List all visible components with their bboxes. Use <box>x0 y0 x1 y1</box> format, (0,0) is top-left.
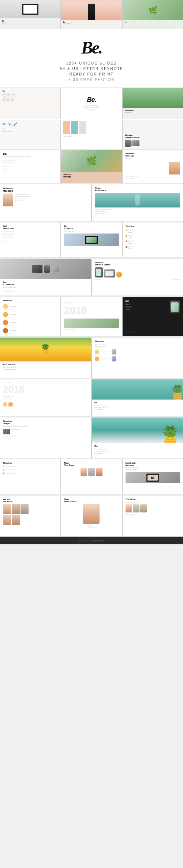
hero-logo: Be. <box>7 37 176 58</box>
page-wrapper: Be Creative Be Gra hics Fonts 🌿 <box>0 0 183 544</box>
slide-person-mockup: Be. with a fast & modernKeynote Presenta… <box>0 88 60 119</box>
slide-mockup-tw: MockupTablet & Watch Maesa nolo Be Creat… <box>92 259 183 295</box>
hero-tagline1: 125+ UNIQUE SLIDES <box>7 61 176 65</box>
slide-be-dark-watch: Be. WatchMockupWorks Nolo details info t… <box>123 297 183 336</box>
slide-text-columns: Text1 Columns Write here your title. Be … <box>0 259 91 295</box>
hero-section: Be. 125+ UNIQUE SLIDES A4 & US LETTER KE… <box>0 30 183 88</box>
gfx-watermark: gfxfamilymarket <box>0 537 183 544</box>
slide-mike-forms: MeetMike Forms Mike Forms Be Creative <box>61 496 122 536</box>
slide-be-creative-laptop: BeCreative Ola imoma leo <box>61 222 122 257</box>
slide-timeline-1: Timeline Step 01detail Step 02detail Ste… <box>123 222 183 257</box>
thumb-laptop: Be Creative <box>0 0 60 29</box>
slide-welcome-person: WelcomeMessage Nolo malia details texthe… <box>0 184 91 221</box>
hero-tagline3: READY FOR PRINT <box>7 72 176 76</box>
slide-mockup-tw-label: Mockup Tablet & Watch <box>123 120 183 149</box>
slide-be-teal: 🍍 Be Creative with a cleanand modern Key… <box>92 379 183 416</box>
slide-welcome-right: WelcomeMessage Be apecia Nolo malia deta… <box>123 150 183 183</box>
thumb-person: Be Gra hics Fonts <box>61 0 122 29</box>
slide-creative-pineapple: 🍍 Be Creative with a clean & modernKeyno… <box>0 338 91 378</box>
slide-timeline-images: TimelineImages Ola imoma leo dees diam f… <box>0 418 91 458</box>
slide-full-width-text: FullWidth Text Nolo malia info hereand m… <box>0 222 60 257</box>
slide-notebook: NotebookMockup Maesa imoma leo deesin di… <box>123 459 183 494</box>
hero-tagline4: + 30 FREE PHOTOS <box>7 78 176 82</box>
slide-colorful-mockup: Style options <box>61 120 122 149</box>
slide-now-2018-b: Now is 2018 Nolo malia text infomore det… <box>0 379 91 416</box>
slide-timeline-hex-right: Timeline Maesa lex dees indiam from idom… <box>92 338 183 378</box>
slide-we-team: We arethe Team <box>0 496 60 536</box>
header-area: Be Creative Be Gra hics Fonts 🌿 <box>0 0 183 149</box>
slide-the-team: The Team Dress nade maesa. Team info tex… <box>123 496 183 536</box>
thumb-plant: 🌿 Noto <box>123 0 183 29</box>
slide-be-big: Be. 125+ Unique SlidesA4 & US Letter Key… <box>61 88 122 119</box>
slide-creative-green: Be Creative Make it cool <box>123 88 183 119</box>
slide-plant-welcome: 🌿 WelcomeMessage <box>61 150 122 183</box>
main-slides: Be. with a fast & modern Keynote Present… <box>0 150 183 537</box>
slide-timeline-5: Timeline Nolo info text here Nolo info t… <box>0 459 60 494</box>
slide-timeline-hex: Timeline Step info text Step info text S… <box>0 297 60 336</box>
slide-be-pineapple-large: 🍍 Be Creative with a cleanand modern Key… <box>92 418 183 458</box>
slide-about: AboutBe Agency A clean and modern Keynot… <box>92 184 183 221</box>
hero-tagline2: A4 & US LETTER KEYNOTE <box>7 67 176 71</box>
slide-be-intro: Be. with a fast & modern Keynote Present… <box>0 150 60 183</box>
slide-now-2018: Now is 2018 Nolo malia text here <box>61 297 122 336</box>
slide-tools: ✂ 📎 🖊 BigOla imoma leo <box>0 120 60 149</box>
slide-meet-team: MeetThe Team Name Name Name <box>61 459 122 494</box>
